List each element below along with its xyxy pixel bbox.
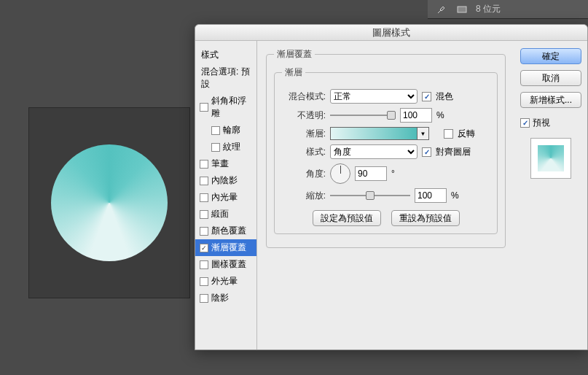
checkbox[interactable] [200,160,208,169]
gradient-swatch[interactable] [330,127,418,140]
scale-label: 縮放: [282,190,326,202]
checkbox[interactable] [211,126,220,135]
checkbox[interactable] [200,277,208,286]
style-header[interactable]: 樣式 [195,47,256,63]
angle-input[interactable] [355,166,387,181]
style-gradient-overlay[interactable]: ✓漸層覆蓋 [195,239,256,256]
new-style-button[interactable]: 新增樣式... [520,92,581,108]
style-inner-glow[interactable]: 內光暈 [195,189,256,206]
style-label: 樣式: [282,146,326,158]
opacity-label: 不透明: [282,109,326,122]
style-stroke[interactable]: 筆畫 [195,155,256,172]
svg-rect-0 [458,7,466,12]
angle-label: 角度: [282,168,326,180]
scale-slider[interactable] [330,190,410,201]
checkbox[interactable] [200,103,208,112]
bits-label: 8 位元 [476,3,501,15]
reverse-checkbox[interactable] [444,129,453,139]
checkbox[interactable] [200,294,208,303]
style-inner-shadow[interactable]: 內陰影 [195,172,256,189]
gradient-dropdown[interactable]: ▼ [418,127,429,140]
reverse-label: 反轉 [458,128,475,140]
align-checkbox[interactable] [422,147,431,157]
preview-label: 預視 [533,117,550,129]
group-title: 漸層 [282,66,305,79]
gradient-icon[interactable] [455,3,469,16]
blend-mode-label: 混合模式: [282,90,326,103]
checkbox[interactable]: ✓ [200,244,208,252]
cancel-button[interactable]: 取消 [520,70,581,86]
layer-style-dialog: 圖層樣式 樣式 混合選項: 預設 斜角和浮雕 輪廓 紋理 筆畫 內陰影 內光暈 … [195,24,588,350]
dialog-title: 圖層樣式 [195,25,587,41]
brush-icon[interactable] [435,3,448,16]
blending-options[interactable]: 混合選項: 預設 [195,63,256,93]
style-list: 樣式 混合選項: 預設 斜角和浮雕 輪廓 紋理 筆畫 內陰影 內光暈 緞面 顏色… [195,41,257,349]
style-satin[interactable]: 緞面 [195,206,256,223]
checkbox[interactable] [200,210,208,219]
preview-checkbox[interactable] [520,118,530,128]
section-title: 漸層覆蓋 [274,48,315,61]
style-outer-glow[interactable]: 外光暈 [195,273,256,290]
style-select[interactable]: 角度 [330,144,418,159]
dither-label: 混色 [436,90,453,103]
checkbox[interactable] [200,177,208,185]
dither-checkbox[interactable] [422,92,431,101]
checkbox[interactable] [200,227,208,236]
gradient-group: 漸層 混合模式: 正常 混色 不透明: % 漸層: [274,66,498,234]
preview-thumbnail [530,138,571,179]
canvas [29,108,189,298]
blend-mode-select[interactable]: 正常 [330,89,418,104]
style-color-overlay[interactable]: 顏色覆蓋 [195,223,256,239]
opacity-input[interactable] [400,108,432,123]
scale-input[interactable] [415,188,447,203]
style-texture[interactable]: 紋理 [195,139,256,155]
angle-dial[interactable] [330,163,350,184]
style-bevel[interactable]: 斜角和浮雕 [195,93,256,122]
checkbox[interactable] [200,193,208,202]
opacity-slider[interactable] [330,110,396,120]
checkbox[interactable] [200,260,208,269]
shape-circle [51,144,168,261]
checkbox[interactable] [211,143,220,152]
dialog-buttons: 確定 取消 新增樣式... 預視 [514,41,587,349]
settings-panel: 漸層覆蓋 漸層 混合模式: 正常 混色 不透明: % [257,41,514,349]
ok-button[interactable]: 確定 [520,48,581,64]
app-toolbar: 8 位元 [428,0,588,19]
style-pattern-overlay[interactable]: 圖樣覆蓋 [195,256,256,273]
style-contour[interactable]: 輪廓 [195,122,256,139]
reset-default-button[interactable]: 重設為預設值 [391,210,460,226]
make-default-button[interactable]: 設定為預設值 [313,210,381,226]
gradient-label: 漸層: [282,128,326,140]
style-drop-shadow[interactable]: 陰影 [195,290,256,306]
gradient-overlay-section: 漸層覆蓋 漸層 混合模式: 正常 混色 不透明: % [266,48,506,248]
align-label: 對齊圖層 [436,146,471,158]
